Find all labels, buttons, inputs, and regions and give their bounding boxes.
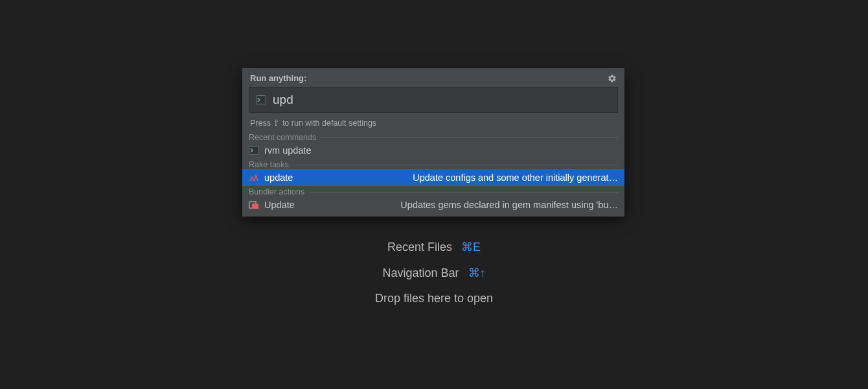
hint-label: Navigation Bar <box>382 266 459 280</box>
rake-icon <box>249 172 259 183</box>
section-recent-commands: Recent commands <box>242 133 624 142</box>
hint-label: Recent Files <box>387 241 452 254</box>
svg-rect-3 <box>252 204 258 209</box>
search-box[interactable] <box>249 87 618 113</box>
list-item-rvm-update[interactable]: rvm update <box>242 142 624 159</box>
hint-label: Drop files here to open <box>375 292 493 305</box>
section-label: Bundler actions <box>249 187 304 196</box>
hint-shortcut: ⌘↑ <box>468 266 486 280</box>
hint-shortcut: ⌘E <box>461 240 481 254</box>
list-item-description: Update configs and some other initially … <box>311 172 618 183</box>
bundler-icon <box>249 200 259 210</box>
list-item-label: update <box>264 172 293 183</box>
hint-row: Navigation Bar ⌘↑ <box>382 266 485 280</box>
hint-row: Recent Files ⌘E <box>387 240 481 254</box>
svg-rect-1 <box>249 147 259 155</box>
terminal-icon <box>249 145 259 156</box>
popup-title: Run anything: <box>250 73 306 83</box>
search-input[interactable] <box>273 93 611 107</box>
gear-icon[interactable] <box>608 74 617 83</box>
list-item-label: rvm update <box>264 145 312 156</box>
section-bundler-actions: Bundler actions <box>242 187 624 196</box>
section-label: Rake tasks <box>249 160 289 169</box>
hint-row: Drop files here to open <box>375 292 493 305</box>
separator-line <box>310 192 618 193</box>
list-item-label: Update <box>264 200 295 210</box>
list-item-rake-update[interactable]: update Update configs and some other ini… <box>242 169 624 186</box>
editor-empty-hints: Recent Files ⌘E Navigation Bar ⌘↑ Drop f… <box>0 240 868 305</box>
separator-line <box>294 165 618 165</box>
terminal-icon <box>256 95 266 105</box>
shift-hint: Press ⇧ to run with default settings <box>242 113 624 132</box>
popup-header: Run anything: <box>242 68 624 87</box>
svg-rect-0 <box>257 96 266 104</box>
list-item-description: Updates gems declared in gem manifest us… <box>313 200 618 210</box>
run-anything-popup: Run anything: Press ⇧ to run with defaul… <box>242 68 624 217</box>
list-item-bundler-update[interactable]: Update Updates gems declared in gem mani… <box>242 196 624 217</box>
section-label: Recent commands <box>249 133 316 142</box>
section-rake-tasks: Rake tasks <box>242 160 624 169</box>
separator-line <box>321 137 618 138</box>
